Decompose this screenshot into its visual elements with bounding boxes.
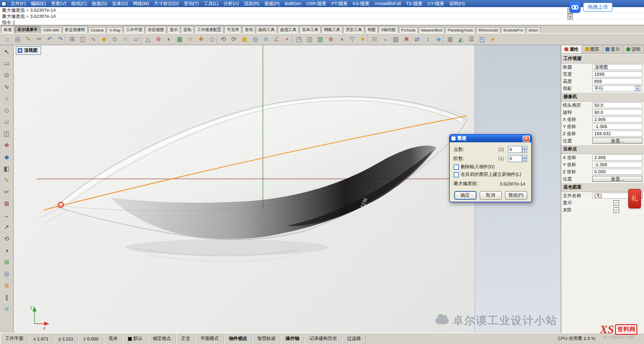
tool-icon[interactable]: ✚	[1, 140, 12, 151]
toolbar-tab[interactable]: 工作平面	[123, 26, 145, 33]
viewport-width-field[interactable]: 1598	[592, 71, 642, 77]
point-count-input[interactable]	[508, 146, 522, 153]
cancel-button[interactable]: 取消	[480, 191, 502, 200]
toolbar-tab[interactable]: PsTools	[399, 27, 418, 33]
toolbar-tab[interactable]: 选取	[181, 26, 194, 33]
toolbar-tab[interactable]: 实体工具	[299, 26, 321, 33]
toolbar-icon[interactable]: ◰	[477, 34, 487, 44]
tool-icon[interactable]: ⊞	[1, 257, 12, 268]
toolbar-tab[interactable]: 曲线工具	[256, 26, 277, 33]
preview-button[interactable]: 预览(P)	[505, 191, 527, 200]
toolbar-icon[interactable]: ☰	[466, 34, 477, 44]
status-toggle[interactable]: 锁定格点	[148, 333, 176, 344]
menu-item[interactable]: 变动(T)	[181, 0, 201, 7]
menu-item[interactable]: BoltGen	[282, 0, 304, 7]
toolbar-tab[interactable]: 5轴功能	[379, 26, 398, 33]
toolbar-tab[interactable]: 制图	[365, 26, 378, 33]
cloud-upload-icon[interactable]	[569, 2, 581, 13]
toolbar-tab[interactable]: 卓尔谟犀牛	[15, 26, 40, 33]
toolbar-icon[interactable]: ◇	[207, 34, 217, 44]
toolbar-icon[interactable]: ◐	[164, 34, 174, 44]
status-toggle[interactable]: 正交	[176, 333, 195, 344]
tab-layers[interactable]: 图层	[582, 45, 603, 53]
toolbar-icon[interactable]: ▽	[347, 34, 357, 44]
toolbar-icon[interactable]: ∠	[272, 34, 282, 44]
tool-icon[interactable]: ✂	[1, 186, 12, 198]
toolbar-icon[interactable]: ▨	[391, 34, 401, 44]
status-toggle[interactable]: 记录建构历史	[304, 333, 342, 344]
toolbar-icon[interactable]: ↶	[45, 34, 55, 44]
toolbar-icon[interactable]: ⊕	[153, 34, 163, 44]
tab-display[interactable]: 显示	[603, 45, 624, 53]
menu-item[interactable]: PT-随意	[329, 0, 350, 7]
toolbar-tab[interactable]: VSR-MR	[41, 27, 62, 33]
toolbar-icon[interactable]: ✂	[34, 34, 44, 44]
target-place-button[interactable]: 放置...	[592, 176, 642, 182]
toolbar-tab[interactable]: 显示	[167, 26, 180, 33]
tool-icon[interactable]: ∥	[1, 292, 12, 303]
toolbar-icon[interactable]: ▦	[175, 34, 185, 44]
tool-icon[interactable]: ⊕	[1, 280, 12, 291]
menu-item[interactable]: ArmadilloFull	[372, 0, 403, 7]
toolbar-icon[interactable]: ⊟	[369, 34, 380, 44]
toolbar-tab[interactable]: 曲面工具	[278, 26, 299, 33]
units-button[interactable]: 毫米	[104, 333, 123, 344]
menu-item[interactable]: 工具(L)	[201, 0, 221, 7]
toolbar-icon[interactable]: ⟳	[229, 34, 239, 44]
toolbar-tab[interactable]: RhinoGold	[476, 27, 500, 33]
target-y-field[interactable]: -1.365	[592, 162, 642, 168]
scroll-down-icon[interactable]: ▼	[567, 14, 573, 20]
tool-icon[interactable]: ○	[1, 93, 12, 104]
toolbar-icon[interactable]: ◈	[433, 34, 444, 44]
spin-down-icon[interactable]: ▼	[522, 149, 527, 153]
toolbar-icon[interactable]: ▱	[131, 34, 141, 44]
spin-up-icon[interactable]: ▲	[522, 146, 527, 149]
toolbar-icon[interactable]: ★	[358, 34, 368, 44]
status-toggle[interactable]: 过滤器	[342, 333, 366, 344]
tab-help[interactable]: 说明	[623, 45, 644, 53]
toolbar-icon[interactable]: ◑	[336, 34, 347, 44]
toolbar-tab[interactable]: 可见性	[224, 26, 242, 33]
tool-icon[interactable]: ⊠	[1, 198, 12, 209]
toolbar-tab[interactable]: Octane	[88, 27, 107, 33]
status-toggle[interactable]: 操作轴	[281, 333, 304, 344]
spin-up-icon[interactable]: ▲	[522, 155, 527, 159]
tool-icon[interactable]: ▭	[1, 58, 12, 69]
degree-input[interactable]	[508, 155, 522, 162]
menu-item[interactable]: KS-随意	[350, 0, 372, 7]
delete-input-checkbox[interactable]	[454, 165, 459, 170]
tool-icon[interactable]: ↖	[1, 46, 12, 57]
toolbar-icon[interactable]: ○	[120, 34, 130, 44]
menu-item[interactable]: 查看(V)	[49, 0, 69, 7]
toolbar-tab[interactable]: 网格工具	[321, 26, 343, 33]
current-layer-checkbox[interactable]	[454, 172, 459, 177]
menu-item[interactable]: 渲染(R)	[242, 0, 262, 7]
tool-icon[interactable]: ◧	[1, 163, 12, 174]
toolbar-tab[interactable]: PanelingTools	[445, 27, 476, 33]
viewport-title-field[interactable]: 顶视图	[592, 64, 642, 70]
tool-icon[interactable]: ✎	[1, 175, 12, 186]
toolbar-icon[interactable]: ✎	[23, 34, 33, 44]
tool-icon[interactable]: ◫	[1, 128, 12, 139]
tool-icon[interactable]: ◆	[1, 151, 12, 163]
tool-icon[interactable]: ↔	[1, 210, 12, 221]
close-icon[interactable]: ×	[523, 136, 530, 142]
toolbar-tab[interactable]: 变动	[242, 26, 255, 33]
projection-dropdown[interactable]: 平行 ▼	[592, 85, 642, 91]
target-z-field[interactable]: 0.000	[592, 169, 642, 175]
menu-item[interactable]: 编辑(E)	[28, 0, 49, 7]
toolbar-icon[interactable]: ∿	[88, 34, 98, 44]
camera-rotation-field[interactable]: 90.0	[592, 109, 642, 115]
toolbar-icon[interactable]: ▥	[304, 34, 315, 44]
toolbar-icon[interactable]: ⌗	[185, 34, 195, 44]
show-checkbox[interactable]: ✓	[614, 200, 619, 206]
menu-item[interactable]: 网格(M)	[130, 0, 152, 7]
status-toggle[interactable]: 智慧轨迹	[252, 333, 281, 344]
status-toggle[interactable]: 平面模式	[195, 333, 224, 344]
toolbar-icon[interactable]: ◒	[380, 34, 390, 44]
camera-y-field[interactable]: -1.365	[592, 123, 642, 130]
drag-upload-button[interactable]: 拖拽上传	[583, 3, 613, 12]
tool-icon[interactable]: ⟲	[1, 233, 12, 244]
menu-item[interactable]: 分析(A)	[221, 0, 242, 7]
ok-button[interactable]: 确定	[454, 191, 477, 200]
